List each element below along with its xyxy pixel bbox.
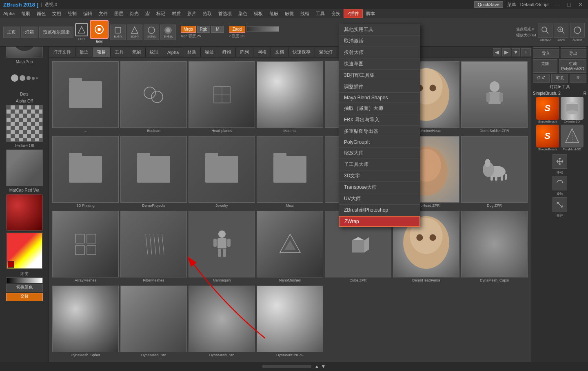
status-scrollbar[interactable] bbox=[262, 365, 311, 368]
dropdown-decimation[interactable]: 抽取（减面）大师 bbox=[339, 103, 420, 114]
menu-bianhuan[interactable]: 变换 bbox=[328, 10, 344, 18]
menu-cailiao[interactable]: 材质 bbox=[169, 10, 184, 18]
nav-next[interactable]: ▶ bbox=[502, 48, 510, 56]
dropdown-uv-master[interactable]: UV大师 bbox=[339, 193, 420, 205]
menu-hong[interactable]: 宏 bbox=[142, 10, 153, 18]
mrgb-button[interactable]: Mrgb bbox=[181, 26, 196, 33]
dropdown-fbx[interactable]: FBX 导出与导入 bbox=[339, 114, 420, 126]
export-btn[interactable]: 导出 bbox=[561, 49, 587, 58]
simple-brush-icon-1[interactable]: S SimpleBrush bbox=[536, 97, 559, 123]
dropdown-quicksketch[interactable]: 快速草图 bbox=[339, 58, 420, 70]
ac50-icon[interactable] bbox=[570, 23, 585, 38]
close-button[interactable]: ✕ bbox=[577, 1, 585, 8]
r-btn[interactable]: R bbox=[570, 74, 586, 83]
menu-zplugin[interactable]: Z插件 bbox=[344, 9, 363, 18]
visible-btn[interactable]: 可见 bbox=[551, 74, 568, 83]
home-button[interactable]: 主页 bbox=[3, 27, 20, 38]
file-item-dog[interactable]: Dog.ZPR bbox=[461, 136, 528, 209]
minimize-button[interactable]: — bbox=[553, 1, 562, 8]
menu-ranse[interactable]: 染色 bbox=[235, 10, 251, 18]
tab-open-file[interactable]: 打开文件 bbox=[49, 47, 75, 57]
menu-yanse[interactable]: 颜色 bbox=[33, 10, 49, 18]
edit-icon[interactable] bbox=[75, 23, 88, 36]
menu-bianji[interactable]: 编辑 bbox=[80, 10, 95, 18]
normalize-btn-4[interactable]: 标准化 bbox=[160, 25, 176, 40]
search-icon[interactable] bbox=[554, 23, 568, 38]
color-swatch[interactable] bbox=[6, 232, 43, 269]
clone-btn[interactable]: 克隆 bbox=[533, 59, 557, 73]
dropdown-subtool-master[interactable]: 子工具大师 bbox=[339, 159, 420, 170]
menu-script[interactable]: 脚本 bbox=[363, 10, 378, 18]
file-item-demoprojects[interactable]: DemoProjects bbox=[120, 136, 187, 209]
maximize-button[interactable]: □ bbox=[566, 1, 572, 8]
status-scroll-down[interactable]: ▼ bbox=[321, 364, 326, 369]
menu-muban[interactable]: 模板 bbox=[251, 10, 266, 18]
menu-gongju[interactable]: 工具 bbox=[313, 10, 328, 18]
intensity-slider[interactable] bbox=[246, 26, 279, 32]
dropdown-zbrush-photoshop[interactable]: ZBrush到Photoshop bbox=[339, 205, 420, 216]
dropdown-zwrap[interactable]: ZWrap bbox=[339, 216, 420, 227]
tab-tools[interactable]: 工具 bbox=[111, 47, 128, 57]
tab-spotlight[interactable]: 聚光灯 bbox=[315, 47, 337, 57]
zadd-button[interactable]: Zadd bbox=[229, 26, 246, 33]
nav-prev[interactable]: ◀ bbox=[493, 48, 501, 56]
texture-preview[interactable] bbox=[6, 150, 43, 186]
menu-shouxuanxiang[interactable]: 首选项 bbox=[215, 10, 235, 18]
tab-document[interactable]: 文档 bbox=[271, 47, 288, 57]
rotate-icon[interactable] bbox=[552, 176, 567, 190]
normalize-btn-1[interactable]: 标准化 bbox=[110, 25, 126, 40]
tab-texture[interactable]: 纹理 bbox=[146, 47, 163, 57]
file-item-jewelry[interactable]: Jewelry bbox=[189, 136, 255, 209]
normalize-btn-3[interactable]: 标准化 bbox=[144, 25, 159, 40]
new-folder[interactable]: + bbox=[521, 48, 531, 56]
switch-color-button[interactable]: 切换颜色 bbox=[6, 284, 43, 292]
file-item-arraymeshes[interactable]: ArrayMeshes bbox=[52, 211, 119, 284]
draw-button[interactable] bbox=[90, 20, 109, 39]
dropdown-maya-blend[interactable]: Maya Blend Shapes bbox=[339, 93, 420, 103]
menu-wenjian2[interactable]: 文档 bbox=[49, 10, 64, 18]
file-item-mannequin[interactable]: Mannequin bbox=[189, 211, 255, 284]
menu-alpha[interactable]: Alpha bbox=[0, 10, 18, 17]
make-polymesh-btn[interactable]: 生成 PolyMesh3D bbox=[559, 59, 586, 73]
simple-brush-icon-2[interactable]: S SimpleBrush bbox=[536, 125, 559, 151]
dropdown-polygroupit[interactable]: PolyGroupIt bbox=[339, 137, 420, 148]
menu-chujue[interactable]: 触觉 bbox=[282, 10, 297, 18]
file-item-boolean[interactable]: Boolean bbox=[120, 61, 187, 134]
file-item-dynamesh-capsi[interactable]: DynaMesh_Capsi bbox=[461, 211, 528, 284]
file-item-dynawax[interactable]: DynaWax128.ZF bbox=[257, 286, 323, 359]
dropdown-multi-map[interactable]: 多重贴图导出器 bbox=[339, 126, 420, 137]
tab-recent[interactable]: 最近 bbox=[75, 47, 93, 57]
menu-bicu[interactable]: 笔触 bbox=[266, 10, 282, 18]
menu-file[interactable]: 文件 bbox=[95, 10, 111, 18]
tab-quicksave[interactable]: 快速保存 bbox=[288, 47, 315, 57]
menu-bishua[interactable]: 笔刷 bbox=[18, 10, 33, 18]
dropdown-other-tools[interactable]: 其他实用工具 bbox=[339, 24, 420, 36]
jiaohuanse-button[interactable]: 交替 bbox=[6, 293, 43, 301]
file-item-nanomeshes[interactable]: NanoMeshes bbox=[257, 211, 323, 284]
cylinder3d-icon[interactable]: Cylinder3D bbox=[561, 97, 584, 123]
dropdown-scale-master[interactable]: 缩放大师 bbox=[339, 148, 420, 159]
file-item-headplanes[interactable]: Head planes bbox=[189, 61, 255, 134]
import-btn[interactable]: 导入 bbox=[533, 49, 559, 58]
file-item-dynamesh-sto1[interactable]: DynaMesh_Sto bbox=[120, 286, 187, 359]
lightbox-button[interactable]: 灯箱 bbox=[21, 27, 38, 38]
rgb-button[interactable]: Rgb bbox=[197, 26, 210, 33]
zoom2d-icon[interactable] bbox=[538, 23, 552, 38]
file-item-fibermeshes[interactable]: FiberMeshes bbox=[120, 211, 187, 284]
nav-menu[interactable]: ▼ bbox=[512, 48, 520, 56]
tab-mesh[interactable]: 网格 bbox=[253, 47, 271, 57]
dropdown-3d-text[interactable]: 3D文字 bbox=[339, 170, 420, 182]
status-scroll-up[interactable]: ▲ bbox=[315, 364, 320, 369]
tab-fiber[interactable]: 纤维 bbox=[218, 47, 236, 57]
file-item-dynamesh-spher[interactable]: DynaMesh_Spher bbox=[52, 286, 119, 359]
scale-icon[interactable] bbox=[552, 197, 567, 212]
file-item-material[interactable]: Material bbox=[257, 61, 323, 134]
matcap-preview[interactable] bbox=[6, 194, 43, 231]
dropdown-transpose[interactable]: Transpose大师 bbox=[339, 182, 420, 193]
menu-xiankuang[interactable]: 线框 bbox=[297, 10, 313, 18]
gradient-bar[interactable] bbox=[6, 277, 43, 283]
preview-button[interactable]: 预览布尔渲染 bbox=[39, 27, 73, 38]
file-item-demosoldier[interactable]: DemoSoldier.ZPR bbox=[461, 61, 528, 134]
menu-yingpian[interactable]: 影片 bbox=[184, 10, 200, 18]
tab-project[interactable]: 项目 bbox=[93, 47, 111, 57]
